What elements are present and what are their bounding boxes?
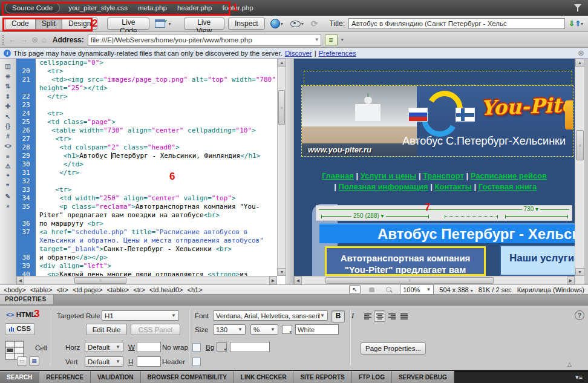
design-nav-link[interactable]: Гостевая книга [479, 182, 537, 191]
collapse-panel-icon[interactable]: △ [567, 361, 572, 367]
design-nav-link[interactable]: Главная [322, 171, 354, 180]
design-hscroll-thumb[interactable]: ≡ [325, 277, 494, 284]
collapse-selection-icon[interactable]: ⇕ [5, 94, 10, 100]
magnification-select[interactable]: 100%▼ [400, 284, 434, 295]
design-horizontal-scrollbar[interactable]: ◀ ≡ ▶ [294, 276, 575, 284]
refresh-icon[interactable]: ⟳ [309, 18, 320, 30]
horz-select[interactable]: Default▼ [85, 342, 123, 352]
scroll-left-icon[interactable]: ◀ [294, 277, 302, 284]
file-management-icon[interactable]: ⇓⇑▾ [569, 19, 583, 28]
expand-all-icon[interactable]: ✚ [5, 103, 10, 110]
css-panel-button[interactable]: CSS Panel [131, 324, 180, 335]
design-nav-link[interactable]: Контакты [435, 182, 472, 191]
results-tab-reference[interactable]: REFERENCE [39, 371, 91, 383]
align-left-icon[interactable] [362, 310, 373, 322]
services-box[interactable]: Наши услуги [500, 245, 575, 276]
check-browser-compat-icon[interactable]: ✓▾ [153, 18, 172, 30]
open-documents-icon[interactable]: ◫ [5, 64, 10, 70]
css-mode-button[interactable]: CSS [5, 323, 35, 335]
results-tab-link-checker[interactable]: LINK CHECKER [234, 371, 294, 383]
italic-button[interactable]: I [346, 310, 359, 322]
column-width-label[interactable]: 250 (288) ▾ [351, 212, 386, 219]
scroll-right-icon[interactable]: ▶ [567, 277, 575, 284]
design-view[interactable]: You-Piter Автобус С.Петербург-Хельсинки … [294, 59, 575, 276]
results-tab-ftp-log[interactable]: FTP LOG [352, 371, 392, 383]
page-heading-band[interactable]: Автобус Петербург - Хельсинки [319, 223, 575, 243]
text-color-input[interactable] [295, 324, 339, 335]
site-banner[interactable]: You-Piter Автобус С.Петербург-Хельсинки … [301, 85, 573, 157]
live-view-button[interactable]: Live View [184, 18, 224, 30]
design-vscroll-thumb[interactable]: ≡ [576, 130, 584, 160]
properties-tab[interactable]: PROPERTIES [0, 295, 54, 304]
wrap-lines-icon[interactable]: ≡ [6, 154, 10, 160]
tag-selector-item[interactable]: <tr> [56, 286, 68, 293]
collapse-full-tag-icon[interactable]: ⇅ [5, 83, 10, 90]
format-source-code-icon[interactable]: ✎ [5, 194, 10, 200]
design-nav-link[interactable]: Транспорт [423, 171, 464, 180]
h-input[interactable] [137, 356, 161, 367]
hand-tool-icon[interactable] [366, 285, 377, 294]
align-center-icon[interactable] [374, 310, 385, 322]
inspect-button[interactable]: Inspect [228, 18, 265, 30]
results-tab-browser-compatibility[interactable]: BROWSER COMPATIBILITY [141, 371, 234, 383]
visual-aids-icon[interactable]: ▾ [289, 18, 305, 30]
scroll-left-icon[interactable]: ◀ [16, 277, 24, 284]
line-numbers-icon[interactable]: # [6, 134, 10, 140]
scroll-down-icon[interactable]: ▼ [278, 268, 286, 276]
remove-comment-icon[interactable]: ❞ [6, 183, 9, 189]
tag-selector-item[interactable]: <table> [107, 286, 129, 293]
select-parent-tag-icon[interactable]: ↖ [5, 114, 10, 120]
bg-color-swatch[interactable] [217, 342, 227, 352]
balance-braces-icon[interactable]: {} [5, 123, 10, 129]
help-icon[interactable]: ? [575, 310, 584, 320]
design-nav-link[interactable]: Расписание рейсов [471, 171, 547, 180]
address-input[interactable] [88, 36, 321, 44]
discover-link[interactable]: Discover [285, 50, 312, 57]
syntax-error-alerts-icon[interactable]: ⚠ [5, 163, 11, 169]
back-icon[interactable]: ← [8, 36, 16, 44]
more-tools-icon[interactable]: » [6, 203, 10, 209]
close-infobar-icon[interactable]: ⊗ [578, 48, 584, 57]
apply-comment-icon[interactable]: ❝ [6, 174, 9, 180]
size-unit-select[interactable]: %▼ [250, 324, 278, 335]
code-navigator-icon[interactable]: ✳ [5, 74, 10, 80]
code-vertical-scrollbar[interactable]: ▲ ≡ ▼ [277, 59, 286, 276]
live-code-button[interactable]: Live Code [107, 18, 149, 30]
align-justify-icon[interactable] [398, 310, 410, 322]
panel-menu-icon[interactable]: ▾≡ [575, 373, 588, 381]
address-dropdown-icon[interactable]: ▼ [315, 37, 319, 42]
empty-table-row-outline[interactable] [304, 71, 572, 85]
view-options-icon[interactable]: ≣ [325, 34, 338, 45]
results-tab-site-reports[interactable]: SITE REPORTS [293, 371, 351, 383]
split-cell-icon[interactable]: ▦ [29, 356, 39, 366]
targeted-rule-select[interactable]: H1▼ [102, 310, 179, 321]
tag-selector-item[interactable]: <body> [4, 286, 26, 293]
scroll-right-icon[interactable]: ▶ [269, 277, 277, 284]
results-tab-server-debug[interactable]: SERVER DEBUG [392, 371, 454, 383]
page-properties-button[interactable]: Page Properties... [361, 342, 426, 355]
stop-icon[interactable]: ⊗ [31, 36, 38, 44]
text-color-swatch[interactable] [282, 325, 292, 334]
zoom-tool-icon[interactable] [383, 285, 394, 294]
title-input[interactable] [348, 18, 565, 29]
bg-input[interactable] [230, 342, 270, 352]
code-horizontal-scrollbar[interactable]: ◀ ≡ ▶ [16, 276, 277, 284]
vert-select[interactable]: Default▼ [85, 356, 123, 367]
font-select[interactable]: Verdana, Arial, Helvetica, sans-serif▼ [213, 310, 328, 321]
preferences-link[interactable]: Preferences [319, 50, 356, 57]
design-nav-link[interactable]: Полезная информация [339, 182, 428, 191]
scroll-up-icon[interactable]: ▲ [278, 59, 286, 67]
html-mode-button[interactable]: <> HTML [6, 311, 36, 318]
edit-rule-button[interactable]: Edit Rule [86, 324, 127, 335]
highlight-invalid-code-icon[interactable]: <> [4, 143, 11, 149]
size-select[interactable]: 130▼ [213, 324, 246, 335]
code-editor[interactable]: cellspacing="0">20 <tr>21 <td><img src="… [16, 59, 277, 276]
tag-selector-item[interactable]: <table> [30, 286, 53, 293]
design-vertical-scrollbar[interactable]: ▲ ≡ ▼ [575, 59, 584, 284]
forward-icon[interactable]: → [20, 36, 28, 44]
no-wrap-checkbox[interactable] [192, 343, 201, 352]
table-width-bar[interactable]: 730 ▾ 250 (288) ▾ [316, 205, 572, 221]
preview-in-browser-icon[interactable]: ▾ [269, 18, 285, 30]
align-right-icon[interactable] [386, 310, 397, 322]
code-vscroll-thumb[interactable]: ≡ [278, 90, 285, 125]
